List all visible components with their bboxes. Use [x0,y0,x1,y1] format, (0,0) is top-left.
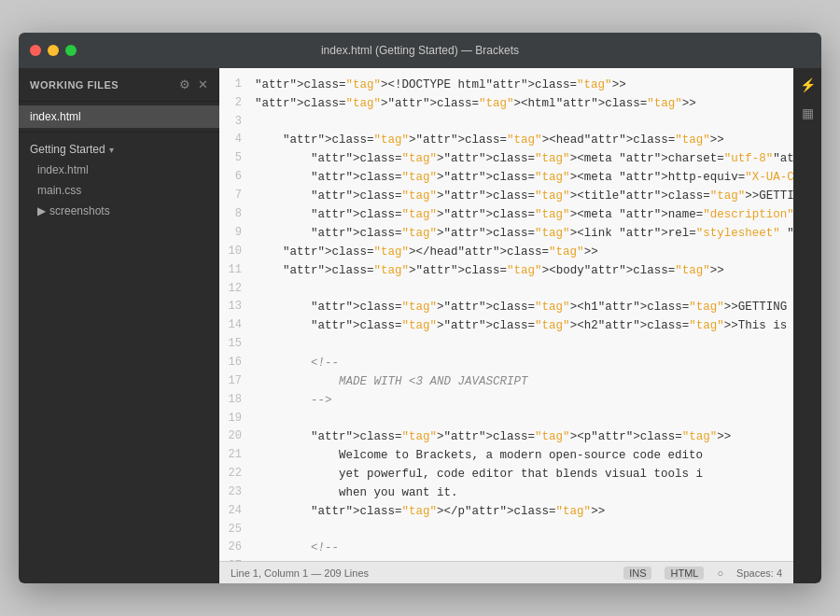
line-content: "attr">class="tag">"attr">class="tag"><t… [255,187,793,205]
code-line: 17 MADE WITH <3 AND JAVASCRIPT [219,372,793,391]
line-number: 21 [219,446,255,465]
code-line: 7 "attr">class="tag">"attr">class="tag">… [219,187,793,205]
titlebar: index.html (Getting Started) — Brackets [19,33,821,68]
working-files-list: index.html [19,102,219,133]
line-number: 7 [219,187,255,205]
circle-icon: ○ [717,567,723,579]
line-number: 17 [219,372,255,391]
line-number: 13 [219,298,255,316]
sidebar-item-main-css[interactable]: main.css [19,180,219,201]
line-content: "attr">class="tag">"attr">class="tag"><p… [255,427,793,446]
working-file-index-html[interactable]: index.html [19,105,219,128]
project-section: Getting Started ▾ index.html main.css ▶ … [19,133,219,225]
line-count: 209 Lines [324,567,369,579]
code-line: 22 yet powerful, code editor that blends… [219,465,793,483]
editor-area[interactable]: 1"attr">class="tag"><!DOCTYPE html"attr"… [219,68,793,583]
close-button[interactable] [30,45,41,56]
line-content [255,280,793,298]
cursor-position: Line 1, Column 1 [231,567,308,579]
code-line: 11 "attr">class="tag">"attr">class="tag"… [219,261,793,280]
code-line: 13 "attr">class="tag">"attr">class="tag"… [219,298,793,316]
line-content: <!-- [255,539,793,557]
line-number: 8 [219,205,255,224]
line-content: WHAT IS BRACKETS? [255,557,793,561]
project-header[interactable]: Getting Started ▾ [19,136,219,160]
code-line: 23 when you want it. [219,483,793,502]
lang-mode[interactable]: HTML [665,567,704,580]
code-line: 19 [219,410,793,427]
line-number: 14 [219,316,255,335]
line-content: "attr">class="tag">"attr">class="tag"><b… [255,261,793,280]
line-number: 25 [219,521,255,539]
code-line: 8 "attr">class="tag">"attr">class="tag">… [219,205,793,224]
line-content [255,521,793,539]
folder-name: screenshots [49,204,110,217]
line-content: "attr">class="tag"></p"attr">class="tag"… [255,502,793,521]
live-preview-icon[interactable]: ⚡ [796,74,819,96]
line-content: yet powerful, code editor that blends vi… [255,465,793,483]
code-line: 5 "attr">class="tag">"attr">class="tag">… [219,149,793,168]
minimize-button[interactable] [48,45,59,56]
line-content: --> [255,391,793,410]
line-number: 11 [219,261,255,280]
spaces-setting[interactable]: Spaces: 4 [736,567,782,579]
code-line: 24 "attr">class="tag"></p"attr">class="t… [219,502,793,521]
line-content: <!-- [255,354,793,372]
ins-mode[interactable]: INS [623,567,651,580]
status-position: Line 1, Column 1 — 209 Lines [231,567,623,579]
line-content: "attr">class="tag">"attr">class="tag"><h… [255,316,793,335]
sidebar-item-index-html[interactable]: index.html [19,160,219,180]
line-content: "attr">class="tag">"attr">class="tag"><m… [255,149,793,168]
line-number: 5 [219,149,255,168]
code-line: 18 --> [219,391,793,410]
sidebar: Working Files ⚙ ✕ index.html Getting Sta… [19,68,219,583]
line-content: "attr">class="tag">"attr">class="tag"><h… [255,298,793,316]
line-number: 23 [219,483,255,502]
project-arrow: ▾ [109,145,114,155]
brackets-window: index.html (Getting Started) — Brackets … [19,33,821,583]
sidebar-header-icons: ⚙ ✕ [179,77,208,91]
code-line: 14 "attr">class="tag">"attr">class="tag"… [219,316,793,335]
sidebar-item-screenshots[interactable]: ▶ screenshots [19,201,219,221]
gear-icon[interactable]: ⚙ [179,77,190,91]
line-number: 22 [219,465,255,483]
line-number: 24 [219,502,255,521]
line-content [255,410,793,427]
line-number: 3 [219,113,255,131]
line-number: 18 [219,391,255,410]
window-title: index.html (Getting Started) — Brackets [321,44,519,57]
line-number: 12 [219,280,255,298]
line-content: "attr">class="tag">"attr">class="tag"><l… [255,224,793,243]
line-number: 15 [219,335,255,353]
extract-icon[interactable]: ▦ [798,102,818,124]
code-line: 12 [219,280,793,298]
folder-arrow: ▶ [37,204,46,217]
line-content: "attr">class="tag">"attr">class="tag"><h… [255,131,793,149]
line-content [255,113,793,131]
line-content: "attr">class="tag">"attr">class="tag"><m… [255,168,793,187]
code-container[interactable]: 1"attr">class="tag"><!DOCTYPE html"attr"… [219,68,793,561]
maximize-button[interactable] [65,45,77,56]
code-line: 15 [219,335,793,353]
line-number: 9 [219,224,255,243]
code-line: 26 <!-- [219,539,793,557]
code-line: 4 "attr">class="tag">"attr">class="tag">… [219,131,793,149]
code-line: 1"attr">class="tag"><!DOCTYPE html"attr"… [219,76,793,94]
line-number: 2 [219,94,255,113]
code-line: 10 "attr">class="tag"></head"attr">class… [219,243,793,261]
line-number: 10 [219,243,255,261]
code-line: 16 <!-- [219,354,793,372]
line-number: 16 [219,354,255,372]
line-content [255,335,793,353]
code-line: 9 "attr">class="tag">"attr">class="tag">… [219,224,793,243]
line-content: when you want it. [255,483,793,502]
working-files-label: Working Files [30,79,119,91]
close-files-icon[interactable]: ✕ [198,77,208,91]
code-line: 25 [219,521,793,539]
right-toolbar: ⚡ ▦ [793,68,821,583]
line-number: 1 [219,76,255,94]
line-number: 19 [219,410,255,427]
working-files-header: Working Files ⚙ ✕ [19,68,219,102]
code-line: 20 "attr">class="tag">"attr">class="tag"… [219,427,793,446]
project-name: Getting Started [30,143,105,156]
